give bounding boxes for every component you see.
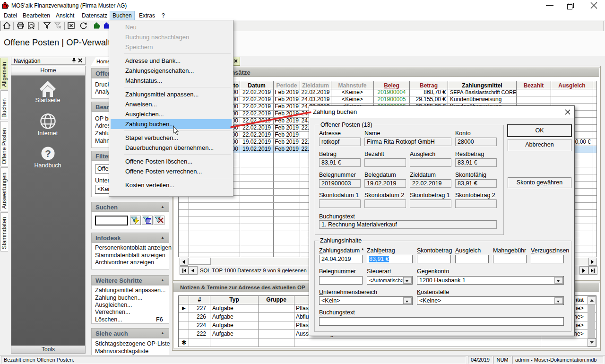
svg-text:?: ? bbox=[45, 148, 51, 159]
